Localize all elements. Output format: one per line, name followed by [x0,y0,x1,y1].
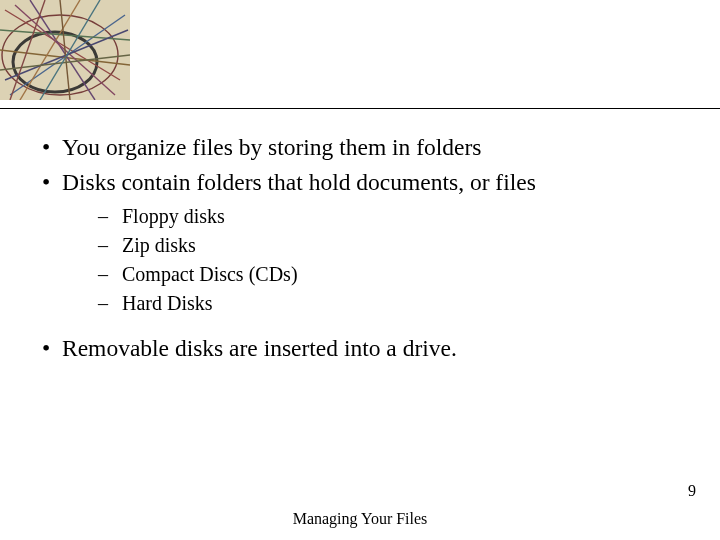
horizontal-rule [0,108,720,109]
bullet-item: Removable disks are inserted into a driv… [36,333,684,364]
bullet-item: You organize files by storing them in fo… [36,132,684,163]
bullet-list: Removable disks are inserted into a driv… [36,333,684,364]
sub-bullet-list: Floppy disks Zip disks Compact Discs (CD… [62,203,684,317]
sub-bullet-item: Hard Disks [62,290,684,317]
sub-bullet-text: Floppy disks [122,205,225,227]
slide: You organize files by storing them in fo… [0,0,720,540]
header-decorative-image [0,0,130,100]
sub-bullet-item: Zip disks [62,232,684,259]
bullet-text: Removable disks are inserted into a driv… [62,335,457,361]
sub-bullet-text: Compact Discs (CDs) [122,263,298,285]
sub-bullet-item: Compact Discs (CDs) [62,261,684,288]
bullet-list: You organize files by storing them in fo… [36,132,684,317]
bullet-item: Disks contain folders that hold document… [36,167,684,318]
spacer [36,321,684,333]
bullet-text: You organize files by storing them in fo… [62,134,481,160]
slide-content: You organize files by storing them in fo… [36,132,684,368]
footer-title: Managing Your Files [0,510,720,528]
sub-bullet-text: Hard Disks [122,292,213,314]
bullet-text: Disks contain folders that hold document… [62,169,536,195]
sub-bullet-item: Floppy disks [62,203,684,230]
page-number: 9 [688,482,696,500]
sub-bullet-text: Zip disks [122,234,196,256]
